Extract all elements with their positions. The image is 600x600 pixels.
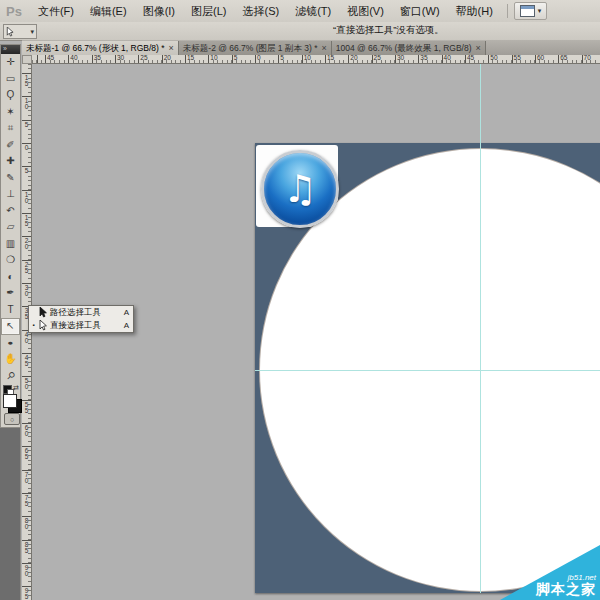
zoom-tool-button[interactable]: ⚲ xyxy=(1,368,20,385)
hand-tool-button[interactable]: ✋ xyxy=(1,351,20,368)
vruler-label: 10 xyxy=(23,98,30,110)
arrange-documents-button[interactable]: ▾ xyxy=(514,2,548,20)
menu-item-2[interactable]: 图像(I) xyxy=(135,0,183,22)
menu-items: 文件(F)编辑(E)图像(I)图层(L)选择(S)滤镜(T)视图(V)窗口(W)… xyxy=(30,0,501,22)
hruler-label: 50 xyxy=(490,55,497,61)
path-selection-tool-icon: ↖ xyxy=(6,321,14,331)
menu-item-8[interactable]: 帮助(H) xyxy=(448,0,501,22)
document-tab-1[interactable]: 未标题-1 @ 66.7% (形状 1, RGB/8) *× xyxy=(22,41,179,55)
menu-item-0[interactable]: 文件(F) xyxy=(30,0,82,22)
photoshop-logo: Ps xyxy=(0,4,30,19)
vruler-label: 70 xyxy=(23,472,30,484)
close-icon[interactable]: × xyxy=(475,41,481,55)
document-tab-bar: 未标题-1 @ 66.7% (形状 1, RGB/8) *×未标题-2 @ 66… xyxy=(22,40,600,55)
vruler-label: 40 xyxy=(23,332,30,344)
menu-item-4[interactable]: 选择(S) xyxy=(234,0,287,22)
menu-item-1[interactable]: 编辑(E) xyxy=(82,0,135,22)
gradient-tool-button[interactable]: ▥ xyxy=(1,236,20,253)
vruler-label: 25 xyxy=(23,262,30,274)
hruler-label: 40 xyxy=(444,55,451,61)
vruler-label: 20 xyxy=(23,238,30,250)
vruler-label: 75 xyxy=(23,495,30,507)
type-tool-button[interactable]: T xyxy=(1,302,20,319)
dodge-tool-icon: ◐ xyxy=(7,272,13,282)
eyedropper-tool-button[interactable]: ✐ xyxy=(1,137,20,154)
blur-tool-button[interactable]: ❍ xyxy=(1,252,20,269)
tab-title: 未标题-1 @ 66.7% (形状 1, RGB/8) * xyxy=(26,41,165,55)
ellipse-tool-button[interactable]: ● xyxy=(1,335,20,352)
menu-item-5[interactable]: 滤镜(T) xyxy=(287,0,339,22)
close-icon[interactable]: × xyxy=(168,41,174,55)
hruler-label: 20 xyxy=(350,55,357,61)
move-tool-icon: ✛ xyxy=(6,57,14,67)
chevron-down-icon: ▾ xyxy=(538,7,542,15)
hruler-label: 10 xyxy=(304,55,311,61)
tool-preset-picker[interactable]: ▾ xyxy=(3,24,37,39)
quick-selection-tool-icon: ✶ xyxy=(6,107,14,117)
hruler-label: 40 xyxy=(70,55,77,61)
hruler-label: 60 xyxy=(537,55,544,61)
flyout-item-label: 直接选择工具 xyxy=(50,320,121,332)
path-selection-tool-button[interactable]: ↖ xyxy=(1,318,20,335)
menu-item-6[interactable]: 视图(V) xyxy=(339,0,392,22)
left-dock-background xyxy=(0,428,21,600)
swap-colors-icon[interactable]: ⇄ xyxy=(13,384,19,392)
menu-bar: Ps 文件(F)编辑(E)图像(I)图层(L)选择(S)滤镜(T)视图(V)窗口… xyxy=(0,0,600,23)
document-tab-3[interactable]: 1004 @ 66.7% (最终效果 1, RGB/8)× xyxy=(332,41,486,55)
shortcut-key: A xyxy=(124,321,130,330)
healing-brush-tool-button[interactable]: ✚ xyxy=(1,153,20,170)
lasso-tool-button[interactable]: Ϙ xyxy=(1,87,20,104)
vruler-label: 60 xyxy=(23,425,30,437)
tool-list: ✛▭Ϙ✶⌗✐✚✎⊥↶▱▥❍◐✒T↖●✋⚲ xyxy=(1,54,20,384)
blur-tool-icon: ❍ xyxy=(6,255,15,265)
foreground-color-swatch[interactable] xyxy=(3,394,17,408)
hruler-label: 5 xyxy=(280,55,284,61)
hruler-label: 45 xyxy=(467,55,474,61)
horizontal-ruler[interactable]: 4540353025201510505101520253035404550556… xyxy=(32,55,600,64)
flyout-item-path-selection[interactable]: 路径选择工具A xyxy=(29,306,133,319)
rectangular-marquee-tool-icon: ▭ xyxy=(6,74,15,84)
watermark-name: 脚本之家 xyxy=(536,582,596,597)
brush-tool-icon: ✎ xyxy=(6,173,14,183)
pen-tool-button[interactable]: ✒ xyxy=(1,285,20,302)
dodge-tool-button[interactable]: ◐ xyxy=(1,269,20,286)
crop-tool-button[interactable]: ⌗ xyxy=(1,120,20,137)
tool-options-bar: ▾ “直接选择工具”没有选项。 xyxy=(0,22,600,41)
menu-item-3[interactable]: 图层(L) xyxy=(183,0,234,22)
hruler-label: 30 xyxy=(117,55,124,61)
hruler-label: 55 xyxy=(514,55,521,61)
eraser-tool-button[interactable]: ▱ xyxy=(1,219,20,236)
history-brush-tool-button[interactable]: ↶ xyxy=(1,203,20,220)
options-status-text: “直接选择工具”没有选项。 xyxy=(333,24,444,37)
ruler-origin-corner[interactable] xyxy=(22,55,32,64)
tool-flyout-menu: 路径选择工具A▪直接选择工具A xyxy=(28,305,134,333)
clone-stamp-tool-button[interactable]: ⊥ xyxy=(1,186,20,203)
rectangular-marquee-tool-button[interactable]: ▭ xyxy=(1,71,20,88)
clone-stamp-tool-icon: ⊥ xyxy=(6,189,15,199)
close-icon[interactable]: × xyxy=(321,41,327,55)
vruler-label: 95 xyxy=(23,588,30,600)
quick-selection-tool-button[interactable]: ✶ xyxy=(1,104,20,121)
music-note-icon: ♫ xyxy=(283,170,317,208)
flyout-item-direct-selection[interactable]: ▪直接选择工具A xyxy=(29,319,133,332)
brush-tool-button[interactable]: ✎ xyxy=(1,170,20,187)
hruler-label: 35 xyxy=(420,55,427,61)
history-brush-tool-icon: ↶ xyxy=(6,206,14,216)
move-tool-button[interactable]: ✛ xyxy=(1,54,20,71)
crop-tool-icon: ⌗ xyxy=(8,123,14,133)
type-tool-icon: T xyxy=(7,305,13,315)
hruler-label: 0 xyxy=(257,55,261,61)
shortcut-key: A xyxy=(124,308,130,317)
horizontal-guide[interactable] xyxy=(255,370,600,371)
quick-mask-button[interactable]: ○ xyxy=(4,413,20,425)
hruler-label: 25 xyxy=(374,55,381,61)
default-colors-icon[interactable] xyxy=(3,385,12,394)
menu-item-7[interactable]: 窗口(W) xyxy=(392,0,448,22)
document-tab-2[interactable]: 未标题-2 @ 66.7% (图层 1 副本 3) *× xyxy=(179,41,332,55)
vruler-label: 5 xyxy=(23,168,30,174)
vertical-guide[interactable] xyxy=(480,64,481,593)
itunes-app-icon[interactable]: ♫ xyxy=(261,150,339,228)
tools-panel-header[interactable]: » xyxy=(1,45,20,54)
vruler-label: 15 xyxy=(23,215,30,227)
hruler-label: 45 xyxy=(47,55,54,61)
